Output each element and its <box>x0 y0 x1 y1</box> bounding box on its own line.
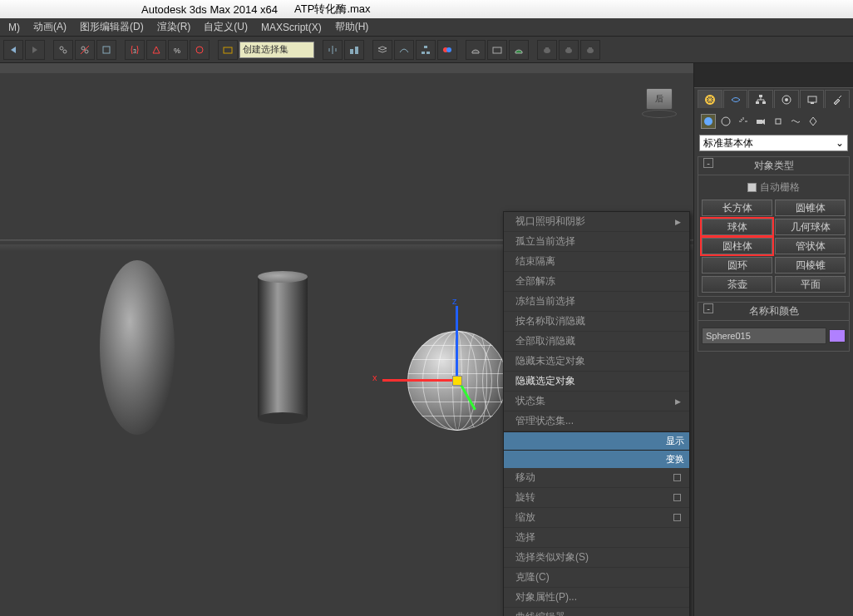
context-menu-item[interactable]: 管理状态集... <box>504 411 689 431</box>
primitive-button[interactable]: 圆锥体 <box>775 200 846 216</box>
viewport[interactable]: 后 z x 视口照明和阴影▶孤立当前选择结束隔离全部解冻冻结当前选择按名称取消隐… <box>0 73 693 616</box>
primitive-button[interactable]: 球体 <box>702 219 772 235</box>
primitive-button[interactable]: 平面 <box>775 276 846 293</box>
svg-rect-30 <box>808 96 816 102</box>
svg-rect-11 <box>355 47 358 54</box>
render-button[interactable] <box>509 40 529 60</box>
primitive-button[interactable]: 长方体 <box>702 200 772 216</box>
context-menu-item[interactable]: 孤立当前选择 <box>504 232 689 252</box>
cameras-icon[interactable] <box>753 114 768 129</box>
ellipsoid-object[interactable] <box>100 260 175 435</box>
context-menu-item[interactable]: 曲线编辑器... <box>504 608 689 616</box>
spinner-snap-button[interactable] <box>190 40 210 60</box>
sphere-object[interactable] <box>407 331 507 431</box>
context-menu-item[interactable]: 按名称取消隐藏 <box>504 312 689 332</box>
context-menu-item[interactable]: 状态集▶ <box>504 392 689 411</box>
hierarchy-tab[interactable] <box>748 90 773 108</box>
color-swatch[interactable] <box>829 329 846 342</box>
geometry-icon[interactable] <box>701 114 716 129</box>
svg-point-8 <box>196 47 203 53</box>
context-menu-item[interactable]: 旋转 <box>504 488 689 508</box>
collapse-icon[interactable]: - <box>703 158 713 168</box>
context-menu-item[interactable]: 全部解冻 <box>504 272 689 292</box>
teapot-c-button[interactable] <box>580 40 600 60</box>
menu-item[interactable]: 渲染(R) <box>150 20 198 34</box>
primitive-button[interactable]: 几何球体 <box>775 219 846 235</box>
cylinder-object[interactable] <box>258 277 308 418</box>
align-button[interactable] <box>344 40 364 60</box>
context-menu-item[interactable]: 对象属性(P)... <box>504 588 689 608</box>
context-menu-item[interactable]: 移动 <box>504 468 689 488</box>
bind-button[interactable] <box>96 40 116 60</box>
viewcube-ring[interactable] <box>642 110 677 118</box>
viewcube-face[interactable]: 后 <box>646 88 673 110</box>
context-menu-item[interactable]: 冻结当前选择 <box>504 292 689 312</box>
named-sets-button[interactable] <box>218 40 238 60</box>
object-name-field[interactable]: Sphere015 <box>702 328 826 344</box>
rollout-title[interactable]: - 名称和颜色 <box>698 303 849 321</box>
link-button[interactable] <box>53 40 73 60</box>
lights-icon[interactable] <box>736 114 751 129</box>
primitive-button[interactable]: 四棱锥 <box>775 257 846 274</box>
svg-point-32 <box>704 117 712 126</box>
render-setup-button[interactable] <box>466 40 486 60</box>
context-menu-item[interactable]: 视口照明和阴影▶ <box>504 212 689 232</box>
autogrid-checkbox[interactable]: 自动栅格 <box>702 179 846 200</box>
motion-tab[interactable] <box>774 90 799 108</box>
context-menu-item[interactable]: 缩放 <box>504 508 689 528</box>
snap-button[interactable]: 3 <box>125 40 145 60</box>
systems-icon[interactable] <box>806 114 821 129</box>
create-subcategories <box>699 111 848 131</box>
helpers-icon[interactable] <box>771 114 786 129</box>
menu-item[interactable]: M) <box>2 22 27 33</box>
context-menu-item[interactable]: 选择 <box>504 528 689 548</box>
menu-item[interactable]: MAXScript(X) <box>254 22 328 33</box>
context-menu-item[interactable]: 克隆(C) <box>504 568 689 588</box>
svg-text:3: 3 <box>133 48 136 54</box>
context-menu-item[interactable]: 全部取消隐藏 <box>504 332 689 352</box>
category-dropdown[interactable]: 标准基本体⌄ <box>699 135 848 151</box>
create-tab[interactable] <box>698 90 722 108</box>
svg-rect-31 <box>811 102 814 104</box>
svg-rect-23 <box>589 47 592 49</box>
context-menu-item[interactable]: 结束隔离 <box>504 252 689 272</box>
percent-snap-button[interactable]: % <box>168 40 188 60</box>
rollout-title[interactable]: - 对象类型 <box>698 157 849 175</box>
menu-item[interactable]: 自定义(U) <box>197 20 254 34</box>
menu-item[interactable]: 动画(A) <box>27 20 73 34</box>
menu-item[interactable]: 图形编辑器(D) <box>73 20 150 34</box>
primitive-button[interactable]: 管状体 <box>775 238 846 254</box>
collapse-icon[interactable]: - <box>703 303 713 313</box>
context-menu-item[interactable]: 选择类似对象(S) <box>504 548 689 568</box>
primitive-button[interactable]: 圆柱体 <box>702 238 772 254</box>
angle-snap-button[interactable] <box>146 40 166 60</box>
chevron-down-icon: ⌄ <box>836 137 844 149</box>
shapes-icon[interactable] <box>718 114 733 129</box>
modify-tab[interactable] <box>723 90 748 108</box>
primitive-button[interactable]: 圆环 <box>702 257 772 274</box>
material-button[interactable] <box>437 40 457 60</box>
context-menu-item[interactable]: 隐藏选定对象 <box>504 372 689 392</box>
viewcube[interactable]: 后 <box>640 83 678 121</box>
selection-set-combo[interactable]: 创建选择集 <box>239 42 314 58</box>
menu-item[interactable]: 帮助(H) <box>328 20 376 34</box>
context-menu-item[interactable]: 隐藏未选定对象 <box>504 352 689 372</box>
svg-rect-26 <box>756 101 759 104</box>
mirror-button[interactable] <box>323 40 343 60</box>
curve-editor-button[interactable] <box>394 40 414 60</box>
primitive-button[interactable]: 茶壶 <box>702 276 772 293</box>
spacewarps-icon[interactable] <box>788 114 803 129</box>
context-menu-header: 显示 <box>504 431 689 450</box>
render-frame-button[interactable] <box>487 40 507 60</box>
layer-button[interactable] <box>372 40 392 60</box>
teapot-b-button[interactable] <box>559 40 579 60</box>
redo-button[interactable] <box>25 40 45 60</box>
undo-button[interactable] <box>3 40 23 60</box>
unlink-button[interactable] <box>75 40 95 60</box>
teapot-a-button[interactable] <box>537 40 557 60</box>
display-tab[interactable] <box>800 90 825 108</box>
command-panel-tabs <box>698 90 850 108</box>
name-color-rollout: - 名称和颜色 Sphere015 <box>698 302 850 352</box>
schematic-button[interactable] <box>416 40 436 60</box>
utilities-tab[interactable] <box>825 90 850 108</box>
